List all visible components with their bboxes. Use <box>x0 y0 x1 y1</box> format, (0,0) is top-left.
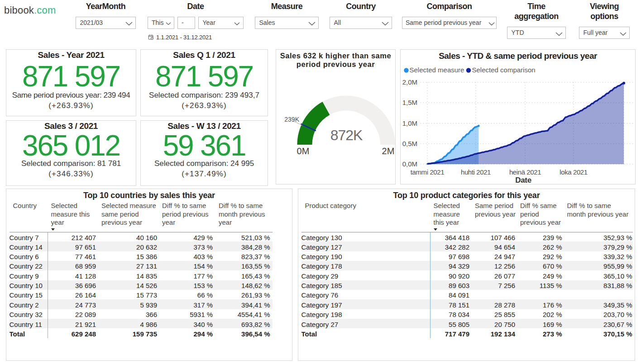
svg-text:Date: Date <box>515 176 531 184</box>
svg-text:0,0M: 0,0M <box>402 160 417 168</box>
svg-text:heinä 2021: heinä 2021 <box>509 168 541 176</box>
svg-text:239K: 239K <box>284 116 299 123</box>
svg-text:2,0M: 2,0M <box>402 78 417 86</box>
svg-text:2M: 2M <box>382 146 395 156</box>
svg-text:0,5M: 0,5M <box>402 140 417 147</box>
svg-text:1,0M: 1,0M <box>402 119 417 127</box>
svg-text:Selected comparison: Selected comparison <box>472 66 536 74</box>
svg-text:1,5M: 1,5M <box>402 99 417 106</box>
svg-text:huhti 2021: huhti 2021 <box>461 168 491 176</box>
svg-text:Selected measure: Selected measure <box>410 66 464 74</box>
svg-text:0M: 0M <box>297 146 310 156</box>
svg-text:loka 2021: loka 2021 <box>560 168 588 176</box>
svg-text:872K: 872K <box>330 127 363 143</box>
svg-text:tammi 2021: tammi 2021 <box>411 168 444 176</box>
